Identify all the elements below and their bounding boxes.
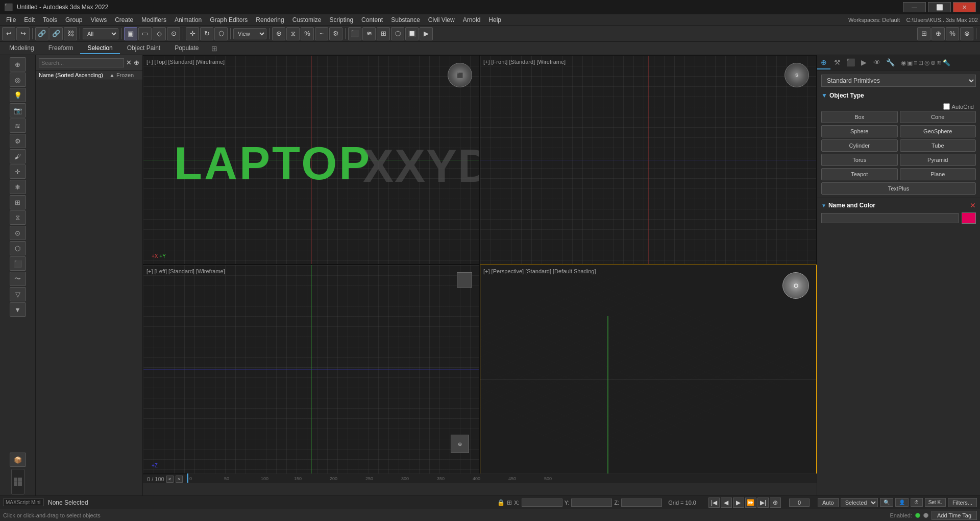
viewport-top[interactable]: [+] [Top] [Standard] [Wireframe] LAPTOP …: [143, 55, 480, 265]
rp-tab-utilities[interactable]: 🔧: [884, 56, 897, 69]
set-key-button[interactable]: Set K.: [925, 498, 946, 507]
rp-icon4[interactable]: ⊡: [918, 59, 923, 66]
select-move-button[interactable]: ✛: [186, 27, 199, 40]
z-input[interactable]: [621, 499, 662, 507]
cameras-icon[interactable]: 📷: [10, 103, 26, 117]
select-button[interactable]: ▣: [124, 27, 137, 40]
undo-button[interactable]: ↩: [2, 27, 15, 40]
scene-search-input[interactable]: [39, 58, 124, 67]
view-dropdown[interactable]: View: [233, 28, 266, 39]
menu-modifiers[interactable]: Modifiers: [137, 15, 170, 25]
menu-tools[interactable]: Tools: [39, 15, 61, 25]
layer-button[interactable]: ~: [315, 27, 328, 40]
scene-options-button[interactable]: ⊕: [134, 59, 139, 66]
material-button[interactable]: ⬡: [391, 27, 404, 40]
go-start-button[interactable]: |◀: [708, 498, 720, 508]
close-button[interactable]: ✕: [953, 2, 976, 12]
scale-button[interactable]: ⬡: [214, 27, 228, 40]
sphere-button[interactable]: Sphere: [821, 125, 898, 137]
plane-button[interactable]: Plane: [900, 168, 976, 180]
rp-icon6[interactable]: ⊕: [930, 59, 936, 66]
menu-file[interactable]: File: [2, 15, 20, 25]
filter2-icon[interactable]: ▼: [10, 302, 26, 317]
autogrid-checkbox[interactable]: [943, 103, 950, 110]
rp-icon2[interactable]: ▣: [907, 59, 913, 66]
select-lasso-button[interactable]: ◇: [153, 27, 166, 40]
shapes-icon[interactable]: ◎: [10, 73, 26, 87]
rp-tab-display[interactable]: 👁: [870, 56, 884, 69]
render-setup-button[interactable]: 🔲: [405, 27, 419, 40]
angle-snap[interactable]: ⊕: [932, 27, 945, 40]
person-icon-button[interactable]: 👤: [895, 498, 909, 507]
move-icon[interactable]: ✛: [10, 164, 26, 179]
textplus-button[interactable]: TextPlus: [821, 182, 976, 195]
menu-substance[interactable]: Substance: [387, 15, 424, 25]
lights-icon[interactable]: 💡: [10, 88, 26, 102]
box-button[interactable]: Box: [821, 111, 898, 123]
menu-animation[interactable]: Animation: [170, 15, 206, 25]
x-input[interactable]: [522, 499, 562, 507]
scene-filter-button[interactable]: ✕: [126, 59, 132, 66]
link-button[interactable]: 🔗: [35, 27, 48, 40]
menu-content[interactable]: Content: [357, 15, 387, 25]
viewport-left[interactable]: [+] [Left] [Standard] [Wireframe] +Z ⊕: [143, 265, 480, 474]
object-name-input[interactable]: [821, 213, 959, 223]
key-mode-button[interactable]: ⊕: [770, 498, 781, 508]
rp-tab-hierarchy[interactable]: ⬛: [844, 56, 857, 69]
paint-icon[interactable]: 🖌: [10, 149, 26, 163]
tab-more[interactable]: ⊞: [206, 43, 223, 54]
bind-button[interactable]: ⛓: [64, 27, 77, 40]
play-button[interactable]: ▶: [733, 498, 744, 508]
rp-tab-modify[interactable]: ⚒: [830, 56, 844, 69]
unlink-button[interactable]: 🔗: [50, 27, 63, 40]
select-region-button[interactable]: ▭: [138, 27, 152, 40]
prev-frame-button[interactable]: ◀: [721, 498, 732, 508]
custom-button[interactable]: ⚙: [329, 27, 342, 40]
torus-button[interactable]: Torus: [821, 154, 898, 166]
filter-icon[interactable]: ▽: [10, 287, 26, 301]
nurbs-icon[interactable]: 〜: [10, 272, 26, 286]
render-button[interactable]: ▶: [420, 27, 433, 40]
maximize-button[interactable]: ⬜: [928, 2, 951, 12]
anim-icon-button[interactable]: ⏱: [911, 498, 923, 507]
select-paint-button[interactable]: ⊙: [167, 27, 180, 40]
rp-icon1[interactable]: ◉: [901, 59, 906, 66]
create-icon[interactable]: ⊕: [10, 57, 26, 72]
viewport-front[interactable]: [+] [Front] [Standard] [Wireframe] S: [480, 55, 817, 265]
filter-dropdown[interactable]: All: [83, 28, 118, 39]
timeline-track[interactable]: 0 50 100 150 200 250 300 350 400 450 500: [187, 473, 817, 484]
tab-object-paint[interactable]: Object Paint: [120, 43, 167, 54]
align-tool-icon[interactable]: ⊞: [10, 195, 26, 209]
menu-arnold[interactable]: Arnold: [459, 15, 485, 25]
pyramid-button[interactable]: Pyramid: [900, 154, 976, 166]
tab-selection[interactable]: Selection: [80, 43, 119, 54]
tube-button[interactable]: Tube: [900, 139, 976, 152]
time-next-button[interactable]: >: [176, 476, 183, 483]
frozen-col[interactable]: ▲ Frozen: [106, 70, 137, 80]
tab-populate[interactable]: Populate: [167, 43, 206, 54]
freeze-icon[interactable]: ❄: [10, 180, 26, 194]
menu-edit[interactable]: Edit: [20, 15, 39, 25]
menu-views[interactable]: Views: [86, 15, 111, 25]
filters-button[interactable]: Filters...: [948, 498, 977, 507]
mirror-button[interactable]: ⧖: [286, 27, 300, 40]
helpers-icon[interactable]: ≋: [10, 119, 26, 133]
y-input[interactable]: [571, 499, 612, 507]
menu-graph-editors[interactable]: Graph Editors: [206, 15, 252, 25]
rotate-button[interactable]: ↻: [200, 27, 213, 40]
tab-freeform[interactable]: Freeform: [41, 43, 81, 54]
selected-dropdown[interactable]: Selected: [841, 498, 878, 507]
transform-button[interactable]: ⊕: [272, 27, 285, 40]
cylinder-button[interactable]: Cylinder: [821, 139, 898, 152]
viewport-perspective[interactable]: [+] [Perspective] [Standard] [Default Sh…: [480, 265, 817, 474]
archive-icon[interactable]: 📦: [10, 453, 26, 467]
play-all-button[interactable]: ⏩: [745, 498, 756, 508]
add-time-tag-button[interactable]: Add Time Tag: [932, 511, 977, 520]
menu-customize[interactable]: Customize: [288, 15, 326, 25]
menu-scripting[interactable]: Scripting: [325, 15, 357, 25]
menu-group[interactable]: Group: [61, 15, 86, 25]
spinner-snap[interactable]: ⊗: [960, 27, 973, 40]
systems-icon[interactable]: ⚙: [10, 134, 26, 148]
schematic-button[interactable]: ⊞: [377, 27, 390, 40]
menu-create[interactable]: Create: [111, 15, 137, 25]
